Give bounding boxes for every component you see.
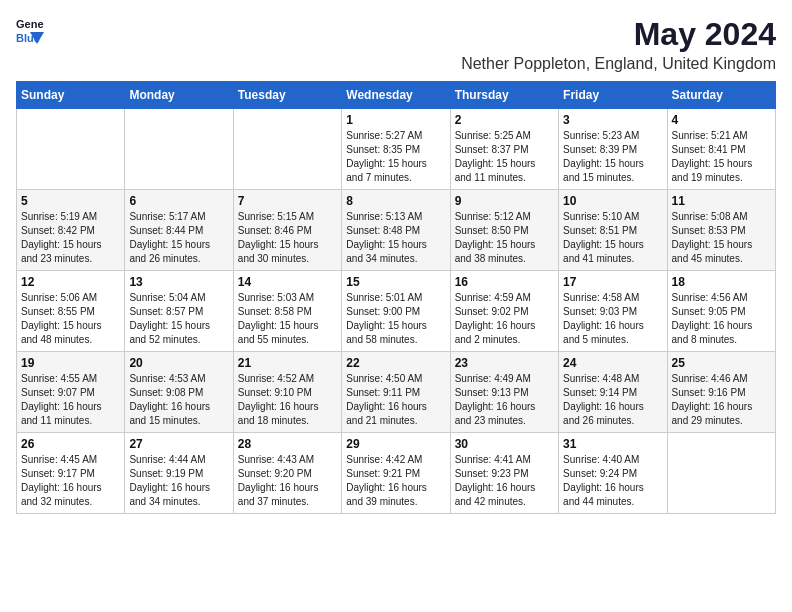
calendar-header-monday: Monday <box>125 82 233 109</box>
calendar-week-5: 26Sunrise: 4:45 AMSunset: 9:17 PMDayligh… <box>17 433 776 514</box>
day-info: Sunrise: 5:06 AMSunset: 8:55 PMDaylight:… <box>21 291 120 347</box>
day-number: 17 <box>563 275 662 289</box>
day-number: 8 <box>346 194 445 208</box>
calendar-header-friday: Friday <box>559 82 667 109</box>
day-info: Sunrise: 5:10 AMSunset: 8:51 PMDaylight:… <box>563 210 662 266</box>
day-info: Sunrise: 4:45 AMSunset: 9:17 PMDaylight:… <box>21 453 120 509</box>
day-info: Sunrise: 5:12 AMSunset: 8:50 PMDaylight:… <box>455 210 554 266</box>
day-number: 10 <box>563 194 662 208</box>
day-number: 4 <box>672 113 771 127</box>
day-number: 23 <box>455 356 554 370</box>
calendar-cell: 3Sunrise: 5:23 AMSunset: 8:39 PMDaylight… <box>559 109 667 190</box>
calendar-cell: 29Sunrise: 4:42 AMSunset: 9:21 PMDayligh… <box>342 433 450 514</box>
calendar-cell: 30Sunrise: 4:41 AMSunset: 9:23 PMDayligh… <box>450 433 558 514</box>
logo-icon: General Blue <box>16 16 44 44</box>
day-number: 29 <box>346 437 445 451</box>
day-info: Sunrise: 4:55 AMSunset: 9:07 PMDaylight:… <box>21 372 120 428</box>
day-number: 3 <box>563 113 662 127</box>
calendar-cell: 9Sunrise: 5:12 AMSunset: 8:50 PMDaylight… <box>450 190 558 271</box>
day-number: 25 <box>672 356 771 370</box>
day-info: Sunrise: 4:46 AMSunset: 9:16 PMDaylight:… <box>672 372 771 428</box>
page-header: General Blue May 2024 Nether Poppleton, … <box>16 16 776 73</box>
calendar-header-saturday: Saturday <box>667 82 775 109</box>
day-info: Sunrise: 5:03 AMSunset: 8:58 PMDaylight:… <box>238 291 337 347</box>
day-number: 7 <box>238 194 337 208</box>
calendar-cell: 19Sunrise: 4:55 AMSunset: 9:07 PMDayligh… <box>17 352 125 433</box>
day-number: 2 <box>455 113 554 127</box>
day-number: 5 <box>21 194 120 208</box>
day-number: 19 <box>21 356 120 370</box>
day-info: Sunrise: 5:25 AMSunset: 8:37 PMDaylight:… <box>455 129 554 185</box>
day-number: 13 <box>129 275 228 289</box>
title-block: May 2024 Nether Poppleton, England, Unit… <box>461 16 776 73</box>
day-number: 31 <box>563 437 662 451</box>
calendar-week-1: 1Sunrise: 5:27 AMSunset: 8:35 PMDaylight… <box>17 109 776 190</box>
calendar-cell: 4Sunrise: 5:21 AMSunset: 8:41 PMDaylight… <box>667 109 775 190</box>
day-info: Sunrise: 5:13 AMSunset: 8:48 PMDaylight:… <box>346 210 445 266</box>
calendar-cell: 20Sunrise: 4:53 AMSunset: 9:08 PMDayligh… <box>125 352 233 433</box>
calendar-cell: 12Sunrise: 5:06 AMSunset: 8:55 PMDayligh… <box>17 271 125 352</box>
calendar-header-row: SundayMondayTuesdayWednesdayThursdayFrid… <box>17 82 776 109</box>
day-info: Sunrise: 4:49 AMSunset: 9:13 PMDaylight:… <box>455 372 554 428</box>
calendar-cell: 22Sunrise: 4:50 AMSunset: 9:11 PMDayligh… <box>342 352 450 433</box>
calendar-cell <box>233 109 341 190</box>
calendar-cell: 15Sunrise: 5:01 AMSunset: 9:00 PMDayligh… <box>342 271 450 352</box>
calendar-cell: 1Sunrise: 5:27 AMSunset: 8:35 PMDaylight… <box>342 109 450 190</box>
day-info: Sunrise: 5:04 AMSunset: 8:57 PMDaylight:… <box>129 291 228 347</box>
day-number: 26 <box>21 437 120 451</box>
day-info: Sunrise: 4:52 AMSunset: 9:10 PMDaylight:… <box>238 372 337 428</box>
day-info: Sunrise: 5:17 AMSunset: 8:44 PMDaylight:… <box>129 210 228 266</box>
day-info: Sunrise: 4:44 AMSunset: 9:19 PMDaylight:… <box>129 453 228 509</box>
calendar-cell: 11Sunrise: 5:08 AMSunset: 8:53 PMDayligh… <box>667 190 775 271</box>
day-info: Sunrise: 5:08 AMSunset: 8:53 PMDaylight:… <box>672 210 771 266</box>
calendar-cell: 10Sunrise: 5:10 AMSunset: 8:51 PMDayligh… <box>559 190 667 271</box>
day-info: Sunrise: 4:58 AMSunset: 9:03 PMDaylight:… <box>563 291 662 347</box>
calendar-cell: 8Sunrise: 5:13 AMSunset: 8:48 PMDaylight… <box>342 190 450 271</box>
logo: General Blue <box>16 16 44 44</box>
calendar-header-sunday: Sunday <box>17 82 125 109</box>
calendar-cell: 18Sunrise: 4:56 AMSunset: 9:05 PMDayligh… <box>667 271 775 352</box>
day-number: 15 <box>346 275 445 289</box>
calendar-cell: 17Sunrise: 4:58 AMSunset: 9:03 PMDayligh… <box>559 271 667 352</box>
day-info: Sunrise: 4:56 AMSunset: 9:05 PMDaylight:… <box>672 291 771 347</box>
day-info: Sunrise: 4:48 AMSunset: 9:14 PMDaylight:… <box>563 372 662 428</box>
calendar-header-wednesday: Wednesday <box>342 82 450 109</box>
calendar-cell: 6Sunrise: 5:17 AMSunset: 8:44 PMDaylight… <box>125 190 233 271</box>
day-number: 27 <box>129 437 228 451</box>
day-number: 22 <box>346 356 445 370</box>
calendar-week-2: 5Sunrise: 5:19 AMSunset: 8:42 PMDaylight… <box>17 190 776 271</box>
calendar-table: SundayMondayTuesdayWednesdayThursdayFrid… <box>16 81 776 514</box>
day-info: Sunrise: 5:15 AMSunset: 8:46 PMDaylight:… <box>238 210 337 266</box>
calendar-cell: 13Sunrise: 5:04 AMSunset: 8:57 PMDayligh… <box>125 271 233 352</box>
day-number: 30 <box>455 437 554 451</box>
day-number: 11 <box>672 194 771 208</box>
day-info: Sunrise: 4:40 AMSunset: 9:24 PMDaylight:… <box>563 453 662 509</box>
calendar-cell: 7Sunrise: 5:15 AMSunset: 8:46 PMDaylight… <box>233 190 341 271</box>
day-info: Sunrise: 4:50 AMSunset: 9:11 PMDaylight:… <box>346 372 445 428</box>
svg-text:Blue: Blue <box>16 32 40 44</box>
calendar-cell: 26Sunrise: 4:45 AMSunset: 9:17 PMDayligh… <box>17 433 125 514</box>
day-number: 1 <box>346 113 445 127</box>
day-info: Sunrise: 5:27 AMSunset: 8:35 PMDaylight:… <box>346 129 445 185</box>
day-info: Sunrise: 5:21 AMSunset: 8:41 PMDaylight:… <box>672 129 771 185</box>
day-info: Sunrise: 4:53 AMSunset: 9:08 PMDaylight:… <box>129 372 228 428</box>
day-number: 6 <box>129 194 228 208</box>
calendar-cell: 27Sunrise: 4:44 AMSunset: 9:19 PMDayligh… <box>125 433 233 514</box>
calendar-cell: 31Sunrise: 4:40 AMSunset: 9:24 PMDayligh… <box>559 433 667 514</box>
day-number: 24 <box>563 356 662 370</box>
day-number: 12 <box>21 275 120 289</box>
day-info: Sunrise: 4:59 AMSunset: 9:02 PMDaylight:… <box>455 291 554 347</box>
svg-text:General: General <box>16 18 44 30</box>
calendar-cell: 21Sunrise: 4:52 AMSunset: 9:10 PMDayligh… <box>233 352 341 433</box>
day-number: 21 <box>238 356 337 370</box>
day-number: 28 <box>238 437 337 451</box>
location-title: Nether Poppleton, England, United Kingdo… <box>461 55 776 73</box>
calendar-cell: 14Sunrise: 5:03 AMSunset: 8:58 PMDayligh… <box>233 271 341 352</box>
calendar-header-thursday: Thursday <box>450 82 558 109</box>
calendar-header-tuesday: Tuesday <box>233 82 341 109</box>
calendar-week-3: 12Sunrise: 5:06 AMSunset: 8:55 PMDayligh… <box>17 271 776 352</box>
day-info: Sunrise: 5:19 AMSunset: 8:42 PMDaylight:… <box>21 210 120 266</box>
calendar-cell: 16Sunrise: 4:59 AMSunset: 9:02 PMDayligh… <box>450 271 558 352</box>
day-info: Sunrise: 5:23 AMSunset: 8:39 PMDaylight:… <box>563 129 662 185</box>
calendar-cell: 24Sunrise: 4:48 AMSunset: 9:14 PMDayligh… <box>559 352 667 433</box>
